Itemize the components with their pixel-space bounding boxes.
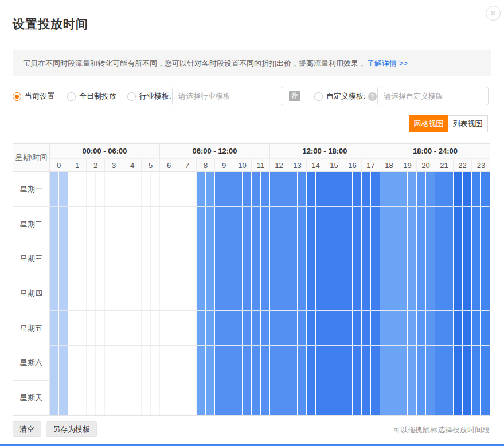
- grid-cell[interactable]: [261, 207, 270, 242]
- grid-cell[interactable]: [68, 311, 77, 346]
- grid-cell[interactable]: [215, 311, 224, 346]
- grid-cell[interactable]: [59, 276, 68, 311]
- grid-cell[interactable]: [270, 241, 279, 276]
- grid-cell[interactable]: [160, 346, 169, 381]
- grid-cell[interactable]: [288, 172, 298, 207]
- grid-cell[interactable]: [114, 276, 123, 311]
- grid-cell[interactable]: [197, 207, 206, 242]
- grid-cell[interactable]: [187, 311, 197, 346]
- grid-cell[interactable]: [59, 241, 68, 276]
- grid-cell[interactable]: [261, 311, 270, 346]
- grid-cell[interactable]: [123, 311, 132, 346]
- grid-cell[interactable]: [334, 311, 343, 346]
- grid-cell[interactable]: [224, 276, 233, 311]
- grid-cell[interactable]: [96, 172, 105, 207]
- grid-cell[interactable]: [426, 241, 435, 276]
- grid-cell[interactable]: [68, 207, 77, 242]
- grid-cell[interactable]: [233, 207, 243, 242]
- grid-cell[interactable]: [288, 311, 298, 346]
- grid-cell[interactable]: [105, 172, 114, 207]
- grid-cell[interactable]: [206, 172, 215, 207]
- grid-cell[interactable]: [105, 241, 114, 276]
- grid-cell[interactable]: [380, 311, 389, 346]
- grid-cell[interactable]: [114, 207, 123, 242]
- grid-cell[interactable]: [233, 311, 243, 346]
- grid-cell[interactable]: [362, 276, 371, 311]
- grid-cell[interactable]: [270, 172, 279, 207]
- grid-cell[interactable]: [481, 276, 490, 311]
- grid-cell[interactable]: [334, 380, 343, 415]
- grid-cell[interactable]: [87, 207, 96, 242]
- grid-cell[interactable]: [307, 380, 316, 415]
- grid-cell[interactable]: [362, 346, 371, 381]
- grid-cell[interactable]: [142, 241, 151, 276]
- grid-cell[interactable]: [316, 346, 325, 381]
- grid-cell[interactable]: [243, 207, 252, 242]
- grid-cell[interactable]: [316, 241, 325, 276]
- grid-cell[interactable]: [307, 311, 316, 346]
- radio-industry-template[interactable]: 行业模板:: [127, 87, 171, 106]
- grid-cell[interactable]: [252, 241, 261, 276]
- grid-cell[interactable]: [132, 207, 142, 242]
- grid-cell[interactable]: [160, 311, 169, 346]
- grid-cell[interactable]: [151, 276, 160, 311]
- grid-cell[interactable]: [114, 311, 123, 346]
- grid-cell[interactable]: [59, 346, 68, 381]
- grid-cell[interactable]: [454, 276, 463, 311]
- grid-cell[interactable]: [279, 172, 288, 207]
- grid-cell[interactable]: [50, 311, 59, 346]
- grid-cell[interactable]: [142, 172, 151, 207]
- grid-cell[interactable]: [435, 241, 444, 276]
- grid-cell[interactable]: [362, 241, 371, 276]
- grid-cell[interactable]: [444, 207, 454, 242]
- grid-cell[interactable]: [261, 346, 270, 381]
- grid-cell[interactable]: [316, 311, 325, 346]
- grid-cell[interactable]: [114, 172, 123, 207]
- grid-cell[interactable]: [307, 241, 316, 276]
- grid-cell[interactable]: [233, 241, 243, 276]
- grid-cell[interactable]: [334, 241, 343, 276]
- grid-cell[interactable]: [472, 276, 481, 311]
- grid-cell[interactable]: [316, 276, 325, 311]
- grid-cell[interactable]: [398, 276, 408, 311]
- grid-cell[interactable]: [178, 311, 187, 346]
- grid-cell[interactable]: [371, 380, 380, 415]
- grid-cell[interactable]: [444, 346, 454, 381]
- grid-cell[interactable]: [417, 241, 426, 276]
- grid-cell[interactable]: [77, 207, 87, 242]
- grid-cell[interactable]: [187, 172, 197, 207]
- grid-cell[interactable]: [215, 276, 224, 311]
- grid-cell[interactable]: [472, 380, 481, 415]
- grid-cell[interactable]: [224, 241, 233, 276]
- grid-cell[interactable]: [224, 207, 233, 242]
- grid-cell[interactable]: [187, 276, 197, 311]
- grid-cell[interactable]: [389, 172, 398, 207]
- grid-cell[interactable]: [298, 241, 307, 276]
- grid-cell[interactable]: [463, 311, 472, 346]
- grid-cell[interactable]: [50, 276, 59, 311]
- grid-cell[interactable]: [298, 346, 307, 381]
- radio-current-setting[interactable]: 当前设置: [13, 87, 54, 106]
- grid-cell[interactable]: [353, 311, 362, 346]
- grid-cell[interactable]: [371, 276, 380, 311]
- grid-cell[interactable]: [463, 172, 472, 207]
- grid-cell[interactable]: [426, 311, 435, 346]
- grid-cell[interactable]: [463, 207, 472, 242]
- grid-cell[interactable]: [151, 172, 160, 207]
- grid-cell[interactable]: [261, 241, 270, 276]
- grid-cell[interactable]: [435, 207, 444, 242]
- grid-cell[interactable]: [132, 172, 142, 207]
- grid-cell[interactable]: [307, 207, 316, 242]
- grid-cell[interactable]: [252, 172, 261, 207]
- grid-cell[interactable]: [270, 207, 279, 242]
- grid-cell[interactable]: [169, 346, 178, 381]
- grid-cell[interactable]: [398, 380, 408, 415]
- grid-cell[interactable]: [187, 380, 197, 415]
- grid-cell[interactable]: [261, 172, 270, 207]
- grid-cell[interactable]: [50, 172, 59, 207]
- grid-cell[interactable]: [178, 346, 187, 381]
- grid-cell[interactable]: [169, 207, 178, 242]
- radio-all-day[interactable]: 全日制投放: [67, 87, 116, 106]
- grid-cell[interactable]: [472, 207, 481, 242]
- grid-cell[interactable]: [389, 241, 398, 276]
